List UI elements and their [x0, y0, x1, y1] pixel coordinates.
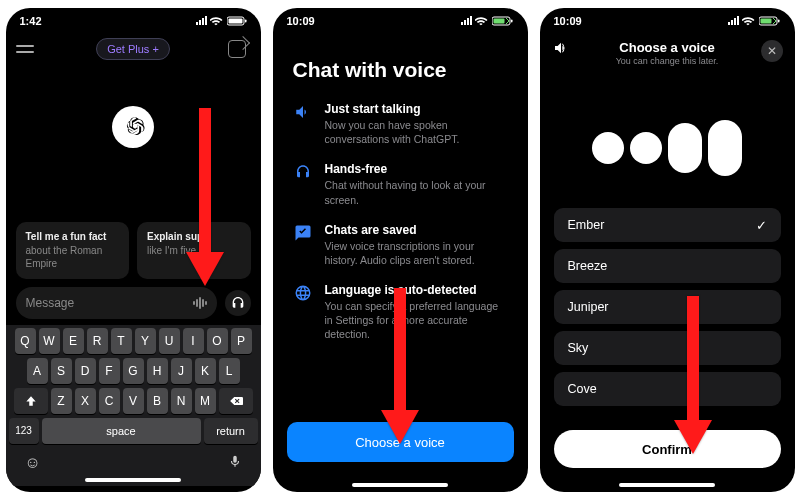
voice-list: Ember✓BreezeJuniperSkyCove [540, 208, 795, 406]
voice-name: Cove [568, 382, 597, 396]
letter-key[interactable]: O [207, 328, 228, 354]
suggestion-chips: Tell me a fun fact about the Roman Empir… [6, 222, 261, 279]
letter-key[interactable]: T [111, 328, 132, 354]
message-placeholder: Message [26, 296, 75, 310]
chip-title: Explain supe [147, 230, 241, 244]
return-key[interactable]: return [204, 418, 258, 444]
page-title: Chat with voice [293, 58, 508, 82]
headphones-icon [293, 162, 313, 206]
letter-key[interactable]: A [27, 358, 48, 384]
letter-key[interactable]: J [171, 358, 192, 384]
headphones-icon [230, 295, 246, 311]
menu-icon[interactable] [16, 38, 38, 60]
home-indicator[interactable] [85, 478, 181, 482]
modal-header: Choose a voice You can change this later… [540, 34, 795, 62]
voice-visualizer [540, 116, 795, 180]
letter-key[interactable]: U [159, 328, 180, 354]
checkmark-icon: ✓ [756, 218, 767, 233]
letter-key[interactable]: P [231, 328, 252, 354]
voice-option[interactable]: Ember✓ [554, 208, 781, 242]
status-indicators [195, 16, 247, 26]
letter-key[interactable]: Y [135, 328, 156, 354]
dictation-key[interactable] [228, 452, 242, 474]
app-header: Get Plus + [6, 34, 261, 68]
chatgpt-logo [112, 106, 154, 148]
chip-subtitle: about the Roman Empire [26, 244, 120, 271]
waveform-icon [193, 297, 207, 309]
feature-item: Just start talkingNow you can have spoke… [293, 102, 508, 146]
message-row: Message [6, 279, 261, 325]
svg-rect-6 [493, 19, 504, 24]
status-time: 1:42 [20, 15, 42, 27]
status-bar: 1:42 [6, 8, 261, 34]
letter-key[interactable]: S [51, 358, 72, 384]
feature-title: Hands-free [325, 162, 508, 176]
status-time: 10:09 [554, 15, 582, 27]
voice-option[interactable]: Breeze [554, 249, 781, 283]
letter-key[interactable]: Z [51, 388, 72, 414]
status-bar: 10:09 [540, 8, 795, 34]
space-key[interactable]: space [42, 418, 201, 444]
letter-key[interactable]: N [171, 388, 192, 414]
voice-name: Juniper [568, 300, 609, 314]
feature-item: Language is auto-detectedYou can specify… [293, 283, 508, 342]
page-title: Choose a voice [540, 40, 795, 55]
letter-key[interactable]: G [123, 358, 144, 384]
svg-rect-11 [760, 19, 771, 24]
shift-key[interactable] [14, 388, 48, 414]
feature-subtitle: You can specify a preferred language in … [325, 299, 508, 342]
letter-key[interactable]: Q [15, 328, 36, 354]
screen-voice-intro: 10:09 Chat with voice Just start talking… [273, 8, 528, 492]
letter-key[interactable]: L [219, 358, 240, 384]
feature-item: Chats are savedView voice transcriptions… [293, 223, 508, 267]
home-indicator[interactable] [352, 483, 448, 487]
compose-icon[interactable] [228, 38, 250, 60]
voice-option[interactable]: Cove [554, 372, 781, 406]
letter-key[interactable]: W [39, 328, 60, 354]
chat-check-icon [293, 223, 313, 267]
confirm-button[interactable]: Confirm [554, 430, 781, 468]
headphones-button[interactable] [225, 290, 251, 316]
voice-name: Sky [568, 341, 589, 355]
chip-subtitle: like I'm five ye [147, 244, 241, 258]
feature-subtitle: Now you can have spoken conversations wi… [325, 118, 508, 146]
suggestion-chip[interactable]: Explain supe like I'm five ye [137, 222, 251, 279]
chip-title: Tell me a fun fact [26, 230, 120, 244]
screen-choose-voice: 10:09 Choose a voice You can change this… [540, 8, 795, 492]
letter-key[interactable]: E [63, 328, 84, 354]
voice-name: Breeze [568, 259, 608, 273]
letter-key[interactable]: K [195, 358, 216, 384]
feature-item: Hands-freeChat without having to look at… [293, 162, 508, 206]
voice-option[interactable]: Juniper [554, 290, 781, 324]
choose-voice-button[interactable]: Choose a voice [287, 422, 514, 462]
svg-rect-1 [228, 19, 242, 24]
voice-option[interactable]: Sky [554, 331, 781, 365]
letter-key[interactable]: M [195, 388, 216, 414]
feature-subtitle: Chat without having to look at your scre… [325, 178, 508, 206]
backspace-key[interactable] [219, 388, 253, 414]
letter-key[interactable]: C [99, 388, 120, 414]
status-indicators [460, 16, 514, 26]
letter-key[interactable]: R [87, 328, 108, 354]
status-bar: 10:09 [273, 8, 528, 34]
letter-key[interactable]: I [183, 328, 204, 354]
status-indicators [727, 16, 781, 26]
suggestion-chip[interactable]: Tell me a fun fact about the Roman Empir… [16, 222, 130, 279]
message-input[interactable]: Message [16, 287, 217, 319]
letter-key[interactable]: V [123, 388, 144, 414]
openai-icon [120, 114, 146, 140]
emoji-key[interactable]: ☺ [25, 454, 41, 472]
voice-name: Ember [568, 218, 605, 232]
feature-title: Chats are saved [325, 223, 508, 237]
globe-icon [293, 283, 313, 342]
home-indicator[interactable] [619, 483, 715, 487]
svg-rect-12 [778, 20, 780, 23]
letter-key[interactable]: H [147, 358, 168, 384]
numeric-key[interactable]: 123 [9, 418, 39, 444]
get-plus-button[interactable]: Get Plus + [96, 38, 170, 60]
letter-key[interactable]: X [75, 388, 96, 414]
svg-rect-7 [511, 20, 513, 23]
letter-key[interactable]: F [99, 358, 120, 384]
letter-key[interactable]: B [147, 388, 168, 414]
letter-key[interactable]: D [75, 358, 96, 384]
